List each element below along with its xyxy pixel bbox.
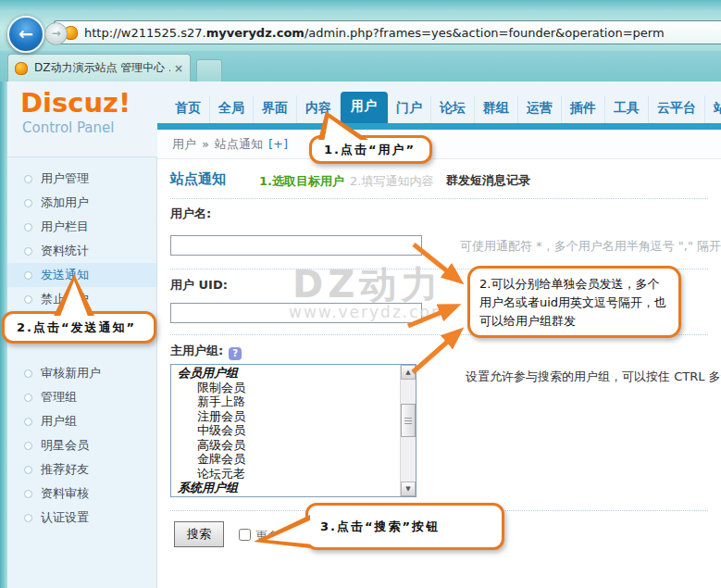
group-label-row: 主用户组:?: [170, 341, 242, 360]
usergroup-option[interactable]: 中级会员: [171, 423, 400, 438]
url-text: http://w211525.s27.myverydz.com/admin.ph…: [84, 26, 665, 40]
username-label: 用户名:: [170, 206, 211, 222]
uid-label: 用户 UID:: [170, 277, 228, 294]
usergroup-option[interactable]: 限制会员: [171, 381, 400, 395]
nav-tab[interactable]: 插件: [562, 95, 605, 123]
usergroup-option[interactable]: 论坛元老: [171, 467, 400, 482]
tab-close-icon[interactable]: ×: [170, 62, 183, 75]
usergroup-options: 会员用户组限制会员新手上路注册会员中级会员高级会员金牌会员论坛元老系统用户组管理…: [171, 366, 400, 497]
usergroup-listbox[interactable]: 会员用户组限制会员新手上路注册会员中级会员高级会员金牌会员论坛元老系统用户组管理…: [170, 364, 416, 497]
bullet-icon: [24, 247, 32, 256]
more-options-checkbox[interactable]: [239, 529, 251, 541]
nav-tab[interactable]: 首页: [167, 95, 210, 123]
scroll-down-icon[interactable]: ▼: [401, 482, 416, 496]
discuz-logo: Discuz!: [20, 87, 157, 119]
divider: [170, 198, 708, 199]
sidebar-item[interactable]: 用户管理: [7, 167, 156, 191]
bullet-icon: [24, 442, 32, 450]
tab-step2[interactable]: 2.填写通知内容: [350, 173, 433, 190]
address-bar[interactable]: http://w211525.s27.myverydz.com/admin.ph…: [54, 20, 721, 44]
bullet-icon: [24, 490, 32, 498]
top-nav: 首页全局界面内容用户门户论坛群组运营插件工具云平台站长UCenter: [157, 81, 721, 123]
group-hint: 设置允许参与搜索的用户组，可以按住 CTRL 多选: [466, 369, 721, 385]
callout-step3: 3.点击“搜索”按钮: [305, 503, 504, 550]
breadcrumb-expand[interactable]: [+]: [268, 137, 288, 151]
usergroup-option[interactable]: 新手上路: [171, 394, 400, 409]
page-title: 站点通知: [170, 170, 226, 188]
back-button[interactable]: ←: [7, 16, 44, 53]
nav-tab[interactable]: 论坛: [431, 95, 475, 123]
bullet-icon: [24, 295, 32, 304]
group-label: 主用户组:: [170, 344, 223, 357]
breadcrumb-page[interactable]: 站点通知: [215, 136, 263, 153]
breadcrumb: 用户 » 站点通知 [+]: [157, 130, 721, 159]
nav-tab[interactable]: 门户: [388, 95, 431, 123]
sidebar-item[interactable]: 禁止用户: [7, 287, 156, 311]
nav-tab[interactable]: 站长: [705, 95, 721, 123]
sidebar: 用户管理 添加用户 用户栏目 资料统计 发送通知 禁止用户 审核新用户 管理组 …: [7, 157, 157, 588]
sidebar-item[interactable]: 用户组: [7, 409, 156, 433]
username-input[interactable]: [170, 235, 422, 256]
bullet-icon: [24, 394, 32, 402]
search-button[interactable]: 搜索: [174, 521, 224, 547]
bullet-icon: [24, 369, 32, 378]
breadcrumb-separator: »: [202, 137, 209, 151]
bullet-icon: [24, 199, 32, 207]
nav-tab[interactable]: 用户: [341, 92, 388, 123]
sidebar-item[interactable]: 资料统计: [7, 239, 156, 263]
sidebar-item[interactable]: 用户栏目: [7, 215, 156, 239]
usergroup-option[interactable]: 会员用户组: [171, 366, 400, 381]
nav-tab[interactable]: 工具: [605, 95, 649, 123]
forward-icon: →: [51, 27, 60, 40]
bullet-icon: [24, 223, 32, 231]
screenshot-root: { "browser": { "url": { "prefix": "http:…: [0, 0, 721, 588]
sidebar-item[interactable]: 发送通知: [7, 263, 156, 287]
sidebar-item[interactable]: 认证设置: [7, 506, 156, 530]
callout-step2: 2.点击“发送通知”: [2, 311, 156, 344]
help-icon[interactable]: ?: [229, 347, 242, 360]
bullet-icon: [24, 271, 32, 280]
scroll-thumb[interactable]: [401, 404, 416, 437]
username-hint: 可使用通配符 *，多个用户名用半角逗号 "," 隔开: [460, 238, 721, 255]
logo-subtitle: Control Panel: [22, 119, 157, 136]
sidebar-item[interactable]: 审核新用户: [7, 361, 156, 385]
browser-tab[interactable]: DZ动力演示站点 管理中心 ... ×: [7, 54, 191, 81]
nav-underline-bar: [157, 123, 721, 130]
usergroup-option[interactable]: 管理员: [171, 495, 400, 498]
nav-tab[interactable]: 群组: [475, 95, 518, 123]
bullet-icon: [24, 418, 32, 426]
bullet-icon: [24, 175, 32, 183]
nav-tab[interactable]: 全局: [210, 95, 254, 123]
forward-button[interactable]: →: [44, 22, 68, 45]
bullet-icon: [24, 466, 32, 474]
usergroup-option[interactable]: 注册会员: [171, 409, 400, 424]
sidebar-item[interactable]: 明星会员: [7, 433, 156, 457]
callout-tip-send: 2.可以分别给单独会员发送，多个用户名或者uid用英文逗号隔开，也可以给用户组群…: [467, 266, 681, 338]
nav-tab[interactable]: 云平台: [649, 95, 705, 123]
nav-tab[interactable]: 运营: [518, 95, 562, 123]
listbox-scrollbar[interactable]: ▲ ▼: [400, 365, 416, 496]
logo-block: Discuz! Control Panel: [7, 81, 157, 157]
tab-step1[interactable]: 1.选取目标用户: [259, 173, 344, 190]
usergroup-option[interactable]: 系统用户组: [171, 481, 400, 495]
browser-tabstrip: DZ动力演示站点 管理中心 ... ×: [0, 51, 721, 81]
bullet-icon: [24, 514, 32, 522]
sidebar-item[interactable]: 添加用户: [7, 191, 156, 215]
callout-step1: 1.点击“用户”: [309, 135, 432, 164]
uid-input[interactable]: [170, 303, 422, 323]
tab-favicon-icon: [15, 62, 28, 75]
nav-tab[interactable]: 内容: [297, 95, 341, 123]
usergroup-option[interactable]: 金牌会员: [171, 452, 400, 467]
more-options-label: 更多选项: [255, 528, 304, 544]
breadcrumb-section[interactable]: 用户: [172, 136, 196, 153]
sidebar-item[interactable]: 管理组: [7, 385, 156, 409]
sidebar-item[interactable]: 推荐好友: [7, 457, 156, 482]
sidebar-item[interactable]: 资料审核: [7, 482, 156, 506]
scroll-up-icon[interactable]: ▲: [401, 365, 416, 380]
new-tab-button[interactable]: [196, 59, 222, 83]
record-link[interactable]: 群发短消息记录: [446, 172, 530, 189]
usergroup-option[interactable]: 高级会员: [171, 438, 400, 453]
back-icon: ←: [19, 23, 33, 44]
nav-tab[interactable]: 界面: [254, 95, 297, 123]
browser-chrome: ← → http://w211525.s27.myverydz.com/admi…: [0, 0, 721, 51]
